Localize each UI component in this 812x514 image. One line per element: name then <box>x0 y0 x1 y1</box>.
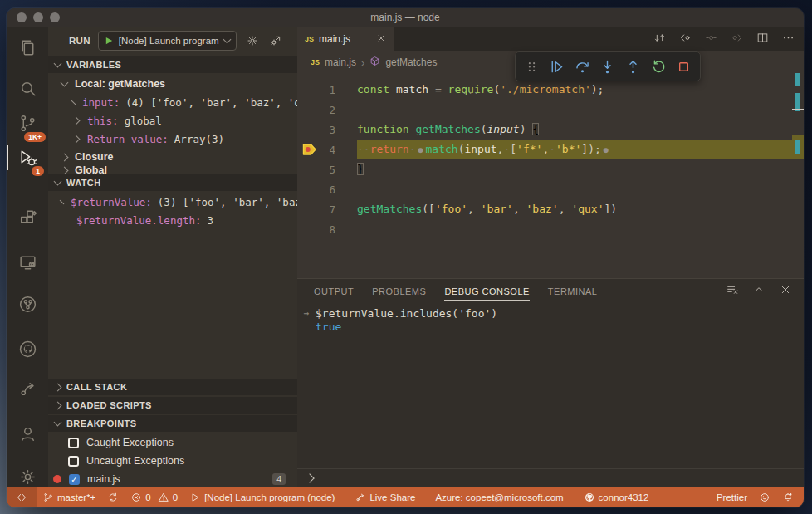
scope-row-closure[interactable]: Closure <box>48 148 297 166</box>
code-line-text[interactable]: function getMatches(input) { <box>357 120 792 140</box>
azure-pipelines-icon[interactable] <box>7 287 48 321</box>
checkbox-uncaught-exceptions[interactable] <box>68 456 79 467</box>
loaded-scripts-section-header[interactable]: LOADED SCRIPTS <box>48 397 297 414</box>
prettier-status[interactable]: Prettier <box>711 487 753 507</box>
live-share-status[interactable]: Live Share <box>349 487 421 507</box>
code-line-text[interactable]: } <box>357 159 792 179</box>
notification-dot <box>790 493 792 496</box>
run-debug-icon[interactable]: 1 <box>7 141 48 174</box>
code-line-1[interactable]: 1const match = require('./micromatch'); <box>297 80 804 100</box>
tab-terminal[interactable]: TERMINAL <box>548 283 598 300</box>
previous-change-icon[interactable] <box>678 31 692 48</box>
debug-settings-gear-icon[interactable] <box>246 34 259 47</box>
remote-explorer-icon[interactable] <box>7 246 48 279</box>
variable-row-input[interactable]: input: (4) ['foo', 'bar', 'baz', 'qux'] <box>48 93 297 111</box>
breakpoint-row-caught[interactable]: Caught Exceptions <box>48 433 297 452</box>
feedback-smiley-icon <box>759 492 770 503</box>
launch-config-label: [Node] Launch program <box>119 36 219 46</box>
breadcrumb-symbol[interactable]: getMatches <box>385 56 437 68</box>
code-line-text[interactable] <box>357 179 792 199</box>
variable-row-return-value[interactable]: Return value: Array(3) <box>48 130 297 148</box>
debug-console-input[interactable] <box>297 468 804 487</box>
more-actions-icon[interactable] <box>781 31 795 48</box>
code-line-5[interactable]: 5} <box>297 159 804 179</box>
status-bar: master*+ 0 0 [Node] Launch program (node… <box>7 487 804 507</box>
github-account-status[interactable]: connor4312 <box>578 487 655 507</box>
code-line-2[interactable]: 2 <box>297 100 804 120</box>
change-nav-disabled-icon <box>704 31 718 48</box>
bottom-panel: OUTPUT PROBLEMS DEBUG CONSOLE TERMINAL <box>297 278 804 487</box>
breakpoint-dot-icon <box>53 475 61 483</box>
line-number[interactable]: 7 <box>297 203 335 216</box>
window-title: main.js — node <box>7 12 804 23</box>
line-number[interactable]: 2 <box>297 104 335 116</box>
git-branch-status[interactable]: master*+ <box>37 487 101 507</box>
extensions-icon[interactable] <box>7 201 48 234</box>
line-number[interactable]: 8 <box>297 223 335 236</box>
remote-indicator[interactable] <box>7 487 37 507</box>
line-number[interactable]: 6 <box>297 184 335 196</box>
code-line-text[interactable]: getMatches(['foo', 'bar', 'baz', 'qux']) <box>357 199 792 219</box>
code-line-7[interactable]: 7getMatches(['foo', 'bar', 'baz', 'qux']… <box>297 199 804 219</box>
console-expression: → $returnValue.includes('foo') <box>297 306 804 321</box>
checkbox-mainjs-breakpoint[interactable]: ✓ <box>69 474 80 485</box>
line-number[interactable]: 1 <box>297 84 335 96</box>
code-line-text[interactable]: const match = require('./micromatch'); <box>357 80 792 100</box>
bell-icon <box>782 492 794 503</box>
code-line-4[interactable]: 4··return·●match(input,·['f*',·'b*']);● <box>297 140 804 159</box>
code-line-text[interactable]: ··return·●match(input,·['f*',·'b*']);● <box>357 140 792 159</box>
split-editor-icon[interactable] <box>756 31 770 48</box>
line-number[interactable]: 3 <box>297 124 335 136</box>
code-line-text[interactable] <box>357 100 792 120</box>
watch-row-length[interactable]: $returnValue.length: 3 <box>48 211 297 229</box>
tab-output[interactable]: OUTPUT <box>314 283 354 300</box>
breakpoints-section-header[interactable]: BREAKPOINTS <box>48 415 297 432</box>
watch-row-returnvalue[interactable]: $returnValue: (3) ['foo', 'bar', 'baz'] <box>48 193 297 211</box>
line-number[interactable]: 5 <box>297 164 335 176</box>
accounts-icon[interactable] <box>7 417 48 450</box>
sync-status[interactable] <box>101 487 125 507</box>
tab-mainjs[interactable]: JS main.js <box>297 27 394 51</box>
code-line-6[interactable]: 6 <box>297 179 804 199</box>
tab-problems[interactable]: PROBLEMS <box>372 283 426 300</box>
source-control-icon[interactable]: 1K+ <box>7 106 48 140</box>
code-editor[interactable]: 1const match = require('./micromatch');2… <box>297 73 804 285</box>
problems-status[interactable]: 0 0 <box>125 487 183 507</box>
symbol-cube-icon <box>369 56 380 69</box>
launch-status[interactable]: [Node] Launch program (node) <box>183 487 340 507</box>
overview-ruler[interactable] <box>792 73 804 278</box>
clear-console-icon[interactable] <box>726 283 739 300</box>
explorer-icon[interactable] <box>7 31 48 64</box>
checkbox-caught-exceptions[interactable] <box>68 438 79 448</box>
feedback-status[interactable] <box>753 487 776 507</box>
close-tab-icon[interactable] <box>376 32 386 47</box>
tab-debug-console[interactable]: DEBUG CONSOLE <box>444 283 529 301</box>
scope-row-global[interactable]: Global <box>48 166 297 174</box>
live-share-icon[interactable] <box>7 372 48 405</box>
code-line-text[interactable] <box>357 219 792 239</box>
github-icon[interactable] <box>7 332 48 365</box>
breadcrumb-file[interactable]: main.js <box>325 56 356 68</box>
breakpoint-row-uncaught[interactable]: Uncaught Exceptions <box>48 452 297 470</box>
code-line-3[interactable]: 3function getMatches(input) { <box>297 120 804 140</box>
compare-changes-icon[interactable] <box>653 31 667 48</box>
open-launch-config-icon[interactable] <box>269 34 282 47</box>
code-line-8[interactable]: 8 <box>297 219 804 239</box>
launch-config-dropdown[interactable]: [Node] Launch program <box>98 31 237 51</box>
start-debug-icon[interactable] <box>105 36 114 46</box>
github-icon <box>584 492 595 503</box>
current-statement-breakpoint-icon[interactable] <box>302 143 319 156</box>
notifications-status[interactable] <box>776 487 804 507</box>
breakpoint-row-mainjs[interactable]: ✓ main.js 4 <box>48 470 297 488</box>
scope-row-local[interactable]: Local: getMatches <box>48 75 297 93</box>
debug-console-output: → $returnValue.includes('foo') true <box>297 306 804 467</box>
variable-row-this[interactable]: this: global <box>48 111 297 130</box>
activity-bar: 1K+ 1 <box>7 27 48 487</box>
watch-section-header[interactable]: WATCH <box>48 174 297 191</box>
azure-account-status[interactable]: Azure: copeet@microsoft.com <box>429 487 569 507</box>
call-stack-section-header[interactable]: CALL STACK <box>48 379 297 395</box>
search-icon[interactable] <box>7 71 48 105</box>
maximize-panel-icon[interactable] <box>752 283 766 300</box>
close-panel-icon[interactable] <box>779 283 792 300</box>
variables-section-header[interactable]: VARIABLES <box>48 56 297 73</box>
